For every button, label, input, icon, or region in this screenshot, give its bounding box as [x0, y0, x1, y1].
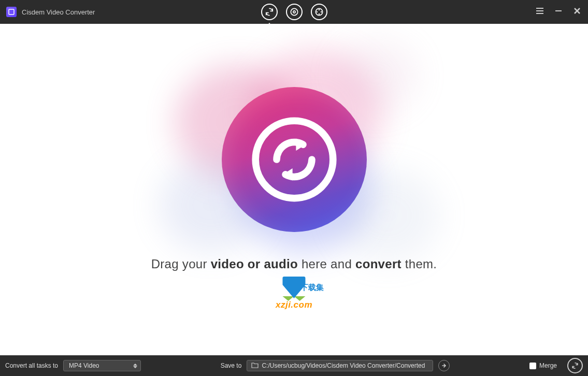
window-controls — [535, 6, 582, 18]
arrow-right-icon — [441, 363, 447, 369]
merge-checkbox[interactable] — [529, 363, 536, 369]
svg-point-14 — [255, 121, 333, 198]
folder-icon — [251, 362, 259, 370]
mode-convert-button[interactable] — [261, 4, 278, 20]
close-icon — [572, 6, 582, 16]
merge-option: Merge — [529, 362, 557, 369]
format-value: MP4 Video — [69, 362, 99, 369]
film-icon — [314, 7, 324, 17]
instruction-text-1: Drag your — [151, 257, 211, 271]
merge-label: Merge — [539, 362, 557, 369]
svg-point-6 — [320, 11, 322, 13]
format-select[interactable]: MP4 Video — [63, 360, 141, 371]
mode-download-button[interactable] — [286, 4, 303, 20]
instruction-bold-1: video or audio — [211, 257, 298, 271]
watermark-cn-text: 下载集 — [300, 283, 324, 293]
drop-instruction: Drag your video or audio here and conver… — [151, 257, 437, 271]
titlebar-left: Cisdem Video Converter — [6, 7, 95, 17]
convert-circle-icon — [250, 115, 338, 204]
svg-point-7 — [318, 13, 320, 15]
instruction-text-2: here and — [298, 257, 355, 271]
stepper-arrows-icon — [133, 364, 137, 368]
app-icon — [6, 7, 17, 17]
minimize-button[interactable] — [554, 6, 563, 18]
mode-rip-button[interactable] — [311, 4, 327, 20]
open-folder-button[interactable] — [438, 360, 450, 371]
refresh-small-icon — [570, 361, 580, 370]
convert-all-label: Convert all tasks to — [5, 362, 58, 369]
svg-point-5 — [316, 11, 318, 13]
svg-rect-0 — [9, 9, 14, 15]
svg-point-2 — [293, 11, 295, 13]
refresh-icon — [264, 7, 275, 17]
mode-tabs — [261, 4, 327, 20]
drop-zone[interactable]: Drag your video or audio here and conver… — [0, 24, 588, 355]
svg-point-4 — [318, 9, 320, 11]
disc-icon — [289, 7, 299, 17]
app-title: Cisdem Video Converter — [22, 8, 95, 16]
svg-point-1 — [291, 8, 297, 15]
start-convert-button[interactable] — [567, 358, 583, 373]
hero-icon — [222, 87, 367, 232]
minimize-icon — [554, 6, 563, 16]
titlebar: Cisdem Video Converter — [0, 0, 588, 24]
close-button[interactable] — [572, 6, 582, 18]
hamburger-icon — [535, 6, 544, 16]
watermark: 下载集 xzji.com — [276, 277, 312, 310]
instruction-bold-2: convert — [355, 257, 401, 271]
save-path-value: C:/Users/ucbug/Videos/Cisdem Video Conve… — [262, 362, 425, 369]
instruction-text-3: them. — [401, 257, 437, 271]
watermark-url: xzji.com — [276, 300, 312, 310]
save-to-label: Save to — [221, 362, 242, 369]
save-path-field[interactable]: C:/Users/ucbug/Videos/Cisdem Video Conve… — [247, 360, 433, 371]
bottombar: Convert all tasks to MP4 Video Save to C… — [0, 355, 588, 376]
menu-button[interactable] — [535, 6, 544, 18]
